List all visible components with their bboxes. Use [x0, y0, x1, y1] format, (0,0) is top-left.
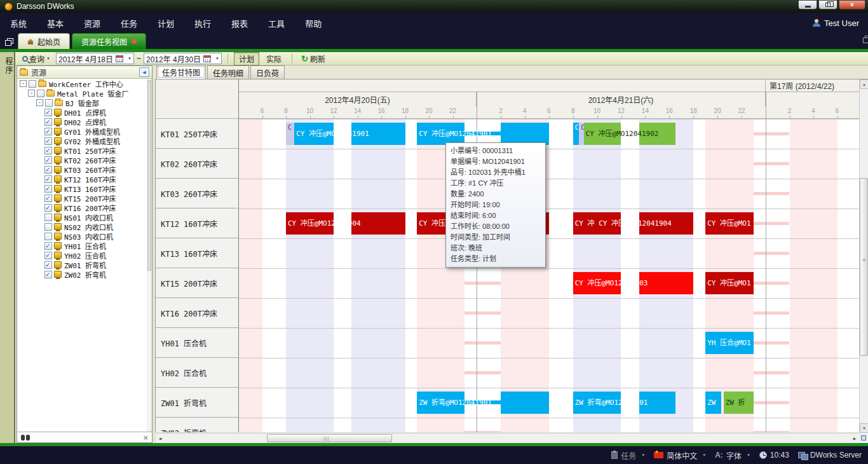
tree-checkbox[interactable]	[44, 261, 52, 269]
user-menu[interactable]: Test User	[813, 13, 859, 33]
gantt-task-bar[interactable]	[573, 392, 621, 414]
window-list-button[interactable]	[0, 33, 17, 49]
tree-checkbox[interactable]	[44, 147, 52, 154]
tree-scrollbar[interactable]	[147, 79, 152, 432]
chart-tab-任务明细[interactable]: 任务明细	[207, 65, 249, 79]
date-from-field[interactable]: 2012年 4月18日 ▼	[56, 53, 134, 64]
gantt-task-bar[interactable]	[573, 212, 621, 235]
tree-item[interactable]: KT01 250T冲床	[17, 146, 152, 155]
tree-checkbox[interactable]	[44, 128, 52, 135]
statusbar-item[interactable]: DWorks Server	[798, 451, 862, 460]
gantt-task-bar[interactable]	[286, 123, 294, 145]
tree-checkbox[interactable]	[45, 99, 53, 107]
tree-checkbox[interactable]	[44, 214, 52, 221]
tree-item[interactable]: YH02 压合机	[17, 250, 152, 260]
gantt-task-bar[interactable]	[294, 123, 334, 145]
minimize-button[interactable]	[798, 0, 817, 10]
tree-checkbox[interactable]	[44, 109, 52, 116]
menu-item-系统[interactable]: 系统	[0, 13, 37, 33]
gantt-task-bar[interactable]	[501, 392, 549, 414]
gantt-task-bar[interactable]	[579, 123, 584, 145]
plan-toggle-button[interactable]: 计划	[234, 52, 259, 65]
tree-checkbox[interactable]	[44, 137, 52, 145]
tree-checkbox[interactable]	[44, 175, 52, 183]
tree-item[interactable]: KT02 260T冲床	[17, 155, 152, 165]
refresh-button[interactable]: ↻ 刷新	[298, 52, 329, 65]
tree-checkbox[interactable]	[44, 166, 52, 174]
gantt-task-bar[interactable]	[286, 212, 334, 235]
tree-checkbox[interactable]	[37, 90, 44, 97]
tree-item[interactable]: YH01 压合机	[17, 241, 152, 250]
tree-checkbox[interactable]	[29, 80, 36, 88]
tree-item[interactable]: ZW02 折弯机	[17, 270, 152, 279]
find-icon[interactable]	[21, 435, 30, 440]
horizontal-scroll-thumb[interactable]	[267, 434, 392, 442]
tree-item[interactable]: KT15 200T冲床	[17, 193, 152, 203]
actual-toggle-button[interactable]: 实际	[262, 53, 286, 65]
tree-checkbox[interactable]	[44, 233, 52, 240]
gantt-row-header[interactable]: KT01 250T冲床	[156, 119, 239, 149]
tree-checkbox[interactable]	[44, 204, 52, 212]
menu-item-基本[interactable]: 基本	[37, 13, 74, 33]
tree-checkbox[interactable]	[44, 252, 52, 259]
vertical-scrollbar[interactable]: ▲ ▼	[859, 79, 868, 433]
tree-checkbox[interactable]	[44, 156, 52, 164]
gantt-task-bar[interactable]	[639, 272, 693, 294]
scroll-left-icon[interactable]: ◀	[156, 433, 165, 443]
gantt-task-bar[interactable]	[351, 123, 405, 145]
tree-item[interactable]: KT03 260T冲床	[17, 165, 152, 174]
menu-item-计划[interactable]: 计划	[147, 13, 184, 33]
tree-item[interactable]: KT13 160T冲床	[17, 184, 152, 193]
gantt-task-bar[interactable]	[639, 212, 693, 235]
gantt-task-bar[interactable]	[705, 272, 754, 294]
menu-item-任务[interactable]: 任务	[111, 13, 147, 33]
restore-button[interactable]	[818, 0, 837, 10]
gantt-task-bar[interactable]	[639, 392, 675, 414]
collapse-panel-button[interactable]: ◀	[139, 67, 149, 77]
statusbar-item[interactable]: 任务▼	[611, 450, 645, 461]
tree-item[interactable]: ZW01 折弯机	[17, 260, 152, 270]
horizontal-scrollbar[interactable]: ◀ ▶	[156, 433, 859, 443]
gantt-row-header[interactable]: KT16 200T冲床	[156, 298, 239, 328]
gantt-task-bar[interactable]	[501, 123, 549, 145]
tree-checkbox[interactable]	[44, 194, 52, 202]
expander-icon[interactable]: -	[28, 90, 35, 97]
tree-item[interactable]: KT16 200T冲床	[17, 203, 152, 212]
tree-item[interactable]: DH01 点焊机	[17, 107, 152, 117]
vertical-scroll-thumb[interactable]	[860, 178, 868, 356]
gantt-task-bar[interactable]	[584, 123, 621, 145]
gantt-task-bar[interactable]	[639, 123, 675, 145]
tree-checkbox[interactable]	[44, 271, 52, 278]
gantt-row-header[interactable]: KT03 260T冲床	[156, 179, 239, 208]
expander-icon[interactable]: -	[36, 99, 43, 106]
program-side-tab[interactable]: 程序	[3, 57, 14, 75]
tree-item[interactable]: -WorkCenter 工作中心	[17, 79, 152, 88]
expander-icon[interactable]: -	[20, 80, 27, 87]
tree-checkbox[interactable]	[44, 185, 52, 193]
scroll-right-icon[interactable]: ▶	[850, 433, 859, 443]
tree-item[interactable]: DH02 点焊机	[17, 117, 152, 126]
tree-item[interactable]: NS01 内收口机	[17, 212, 152, 222]
tree-item[interactable]: NS02 内收口机	[17, 222, 152, 231]
menu-item-报表[interactable]: 报表	[221, 13, 258, 33]
gantt-task-bar[interactable]	[351, 212, 405, 235]
query-button[interactable]: 查询▼	[19, 52, 53, 65]
close-button[interactable]: ×	[839, 0, 865, 10]
statusbar-item[interactable]: 简体中文▼	[654, 450, 706, 461]
menu-item-帮助[interactable]: 帮助	[295, 13, 332, 33]
menu-item-工具[interactable]: 工具	[258, 13, 295, 33]
gantt-row-header[interactable]: KT13 160T冲床	[156, 238, 239, 268]
tree-item[interactable]: -Metal Plate 钣金厂	[17, 88, 152, 98]
tree-checkbox[interactable]	[44, 118, 52, 126]
date-to-field[interactable]: 2012年 4月30日 ▼	[144, 53, 222, 64]
menu-item-执行[interactable]: 执行	[184, 13, 221, 33]
gantt-task-bar[interactable]	[705, 392, 721, 414]
gantt-row-header[interactable]: KT15 200T冲床	[156, 268, 239, 298]
gantt-task-bar[interactable]	[705, 332, 754, 354]
tree-item[interactable]: -BJ 钣金部	[17, 98, 152, 107]
menu-item-资源[interactable]: 资源	[74, 13, 111, 33]
tree-item[interactable]: GY01 外桶成型机	[17, 126, 152, 136]
chart-tab-日负荷[interactable]: 日负荷	[250, 65, 285, 79]
gantt-task-bar[interactable]	[573, 272, 621, 294]
gantt-row-header[interactable]: YH01 压合机	[156, 328, 239, 358]
